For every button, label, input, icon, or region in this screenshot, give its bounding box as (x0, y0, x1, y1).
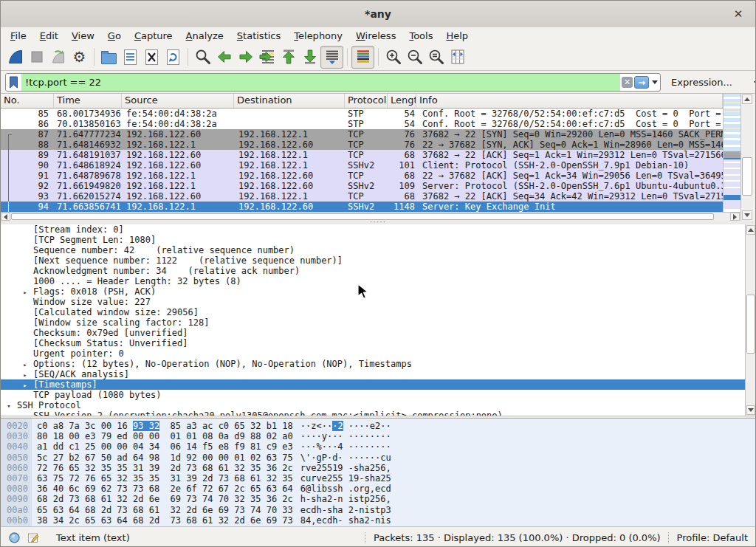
hex-bytes[interactable]: 38 34 2c 65 63 64 68 2d 73 68 61 32 2d 6… (37, 515, 293, 526)
packet-minimap[interactable] (723, 94, 740, 212)
go-to-bottom-button[interactable] (299, 47, 320, 68)
scroll-down-button[interactable] (746, 405, 755, 415)
detail-line[interactable]: [Stream index: 0] (30, 224, 745, 235)
packet-row[interactable]: 85 68.001734936 fe:54:00:d4:38:2a STP 54… (1, 109, 723, 119)
detail-line[interactable]: [Window size scaling factor: 128] (30, 317, 745, 328)
hex-bytes[interactable]: 80 18 00 e3 79 ed 00 00 01 01 08 0a d9 8… (37, 431, 293, 441)
expand-arrow-icon[interactable]: ▾ (4, 401, 14, 410)
go-forward-button[interactable] (235, 47, 256, 68)
hex-ascii[interactable]: h-sha2-n istp256, (300, 494, 391, 504)
column-header-length[interactable]: Length (388, 94, 416, 108)
hex-row[interactable]: 00a065 63 64 68 2d 73 68 61 32 2d 6e 69 … (1, 505, 756, 515)
zoom-100-button[interactable] (425, 47, 447, 68)
hex-ascii[interactable]: curve255 19-sha25 (300, 473, 391, 484)
column-header-no[interactable]: No. (1, 94, 54, 108)
title-bar[interactable]: *any ✕ (1, 1, 755, 28)
packet-row[interactable]: 92 71.661949820 192.168.122.1 192.168.12… (1, 181, 723, 191)
column-header-info[interactable]: Info (416, 94, 723, 108)
restart-capture-button[interactable] (47, 47, 69, 68)
menu-item[interactable]: Tools (402, 29, 439, 43)
scrollbar-thumb[interactable] (742, 157, 752, 196)
column-header-protocol[interactable]: Protocol (345, 94, 388, 108)
detail-line[interactable]: Acknowledgment number: 34 (relative ack … (30, 266, 745, 276)
expert-info-button[interactable] (8, 531, 21, 544)
hex-bytes[interactable]: 5c 27 b2 67 50 ad 64 98 1d 92 00 00 01 0… (37, 453, 293, 463)
hex-ascii[interactable]: ···%···4 ········ (300, 441, 391, 452)
menu-item[interactable]: Telephony (287, 29, 349, 43)
hex-row[interactable]: 0040a1 dd c1 25 00 00 04 34 06 14 f5 e8 … (1, 441, 756, 452)
hex-row[interactable]: 003080 18 00 e3 79 ed 00 00 01 01 08 0a … (1, 431, 756, 441)
hex-ascii[interactable]: 6@libssh .org,ecd (300, 484, 391, 494)
hex-row[interactable]: 009068 2d 73 68 61 32 2d 6e 69 73 74 70 … (1, 494, 756, 504)
hex-row[interactable]: 00b038 34 2c 65 63 64 68 2d 73 68 61 32 … (1, 515, 756, 526)
scrollbar-thumb[interactable] (746, 295, 755, 354)
display-filter-input[interactable] (21, 74, 620, 91)
zoom-out-button[interactable] (404, 47, 425, 68)
menu-item[interactable]: View (65, 29, 101, 43)
detail-line[interactable]: ▸SSH Version 2 (encryption:chacha20-poly… (20, 410, 745, 416)
menu-item[interactable]: File (4, 29, 33, 43)
colorize-toggle[interactable] (351, 46, 374, 69)
detail-line[interactable]: Urgent pointer: 0 (30, 348, 745, 359)
go-to-top-button[interactable] (278, 47, 299, 68)
find-packet-button[interactable] (192, 47, 213, 68)
scroll-right-button[interactable] (730, 213, 740, 221)
profile-selector[interactable]: Profile: Default (677, 532, 748, 543)
close-file-button[interactable] (141, 47, 162, 68)
scroll-up-button[interactable] (746, 225, 755, 235)
save-file-button[interactable] (120, 47, 141, 68)
close-window-button[interactable]: ✕ (730, 6, 746, 22)
column-header-destination[interactable]: Destination (234, 94, 345, 108)
hex-bytes[interactable]: 36 40 6c 69 62 73 73 68 2e 6f 72 67 2c 6… (37, 484, 293, 494)
hex-row[interactable]: 007063 75 72 76 65 32 35 35 31 39 2d 73 … (1, 473, 756, 484)
packet-row[interactable]: 90 71.648618924 192.168.122.60 192.168.1… (1, 160, 723, 171)
expand-arrow-icon[interactable]: ▸ (20, 287, 30, 297)
menu-item[interactable]: Go (101, 29, 128, 43)
display-filter-field[interactable]: ✕ → (5, 73, 661, 92)
hex-ascii[interactable]: \'·gP·d· ······cu (300, 453, 391, 463)
filter-history-dropdown[interactable] (649, 80, 660, 84)
hex-bytes[interactable]: c0 a8 7a 3c 00 16 93 32 85 a3 ac c0 65 3… (37, 421, 293, 431)
packet-list-vertical-scrollbar[interactable] (740, 94, 753, 221)
auto-scroll-toggle[interactable] (320, 46, 343, 69)
scroll-up-button[interactable] (742, 94, 752, 104)
expand-arrow-icon[interactable]: ▸ (20, 370, 30, 379)
detail-line[interactable]: Sequence number: 42 (relative sequence n… (30, 245, 745, 255)
hex-bytes[interactable]: 68 2d 73 68 61 32 2d 6e 69 73 74 70 32 3… (37, 494, 293, 504)
menu-item[interactable]: Analyze (179, 29, 230, 43)
scroll-down-button[interactable] (742, 210, 752, 220)
hex-ascii[interactable]: ··z<···2 ····e2·· (300, 421, 391, 431)
hex-ascii[interactable]: ····y··· ········ (300, 431, 391, 441)
resize-columns-button[interactable] (447, 47, 468, 68)
packet-row[interactable]: 89 71.648191037 192.168.122.60 192.168.1… (1, 150, 723, 160)
hex-bytes[interactable]: 72 76 65 32 35 35 31 39 2d 73 68 61 32 3… (37, 463, 293, 473)
detail-line[interactable]: ▸[Timestamps] (1, 379, 745, 390)
go-back-button[interactable] (213, 47, 235, 68)
apply-filter-button[interactable]: → (634, 76, 649, 89)
add-filter-button[interactable]: + (749, 75, 756, 89)
packet-row[interactable]: 93 71.662015274 192.168.122.60 192.168.1… (1, 191, 723, 202)
details-vertical-scrollbar[interactable] (745, 224, 756, 416)
detail-line[interactable]: Checksum: 0x79ed [unverified] (30, 328, 745, 338)
scrollbar-thumb[interactable] (11, 213, 714, 220)
hex-row[interactable]: 00505c 27 b2 67 50 ad 64 98 1d 92 00 00 … (1, 453, 756, 463)
expression-button[interactable]: Expression... (671, 77, 732, 88)
packet-row[interactable]: 86 70.013850163 fe:54:00:d4:38:2a STP 54… (1, 119, 723, 129)
detail-line[interactable]: ▾SSH Protocol (4, 400, 745, 410)
hex-ascii[interactable]: 84,ecdh- sha2-nis (300, 515, 391, 526)
expand-arrow-icon[interactable]: ▸ (20, 359, 30, 369)
hex-ascii[interactable]: rve25519 -sha256, (300, 463, 391, 473)
hex-bytes[interactable]: 63 75 72 76 65 32 35 35 31 39 2d 73 68 6… (37, 473, 293, 484)
filter-bookmark-button[interactable] (6, 74, 21, 91)
menu-item[interactable]: Statistics (230, 29, 287, 43)
detail-line[interactable]: [TCP Segment Len: 1080] (30, 235, 745, 245)
open-file-button[interactable] (98, 47, 120, 68)
packet-row[interactable]: 94 71.663856741 192.168.122.1 192.168.12… (1, 202, 723, 212)
hex-row[interactable]: 006072 76 65 32 35 35 31 39 2d 73 68 61 … (1, 463, 756, 473)
hex-bytes[interactable]: 65 63 64 68 2d 73 68 61 32 2d 6e 69 73 7… (37, 505, 293, 515)
packet-row[interactable]: 88 71.648146932 192.168.122.1 192.168.12… (1, 140, 723, 150)
reload-file-button[interactable] (162, 47, 184, 68)
capture-options-button[interactable]: ⚙ (69, 47, 90, 68)
detail-line[interactable]: ▸Options: (12 bytes), No-Operation (NOP)… (20, 359, 745, 369)
detail-line[interactable]: [Calculated window size: 29056] (30, 307, 745, 317)
